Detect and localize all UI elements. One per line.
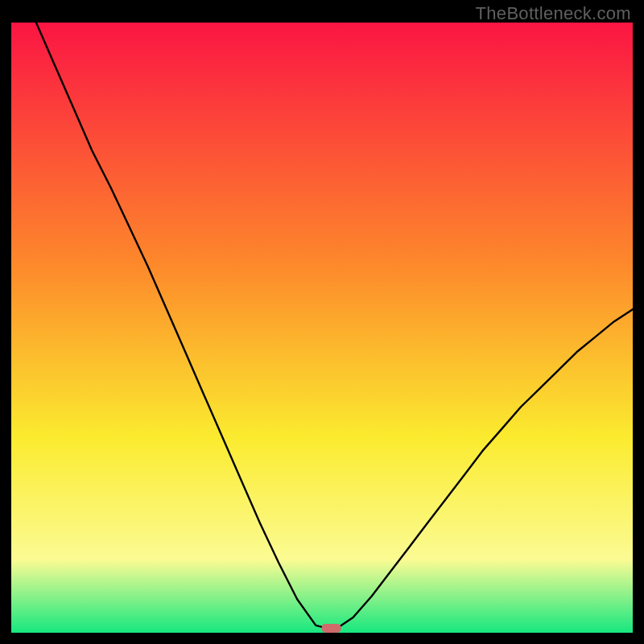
plot-area [11,23,633,633]
gradient-background [11,23,633,633]
watermark-text: TheBottleneck.com [476,3,631,24]
bottleneck-chart [11,23,633,633]
chart-frame: TheBottleneck.com [0,0,644,644]
optimal-marker [322,624,341,633]
